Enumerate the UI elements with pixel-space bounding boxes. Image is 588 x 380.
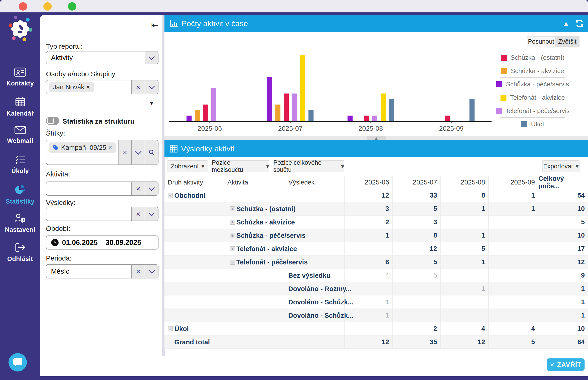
bar-Schůzka - péče/servis xyxy=(348,115,352,121)
expand-row-icon[interactable]: + xyxy=(230,233,235,238)
panel-resize-handle[interactable]: ▲ xyxy=(367,136,386,140)
sidebar-item-odhlásit[interactable]: Odhlásit xyxy=(0,243,40,270)
cell: 64 xyxy=(538,335,588,349)
maximize-traffic-light[interactable] xyxy=(68,2,76,11)
tag-chip[interactable]: Kampaň_09/25 × xyxy=(49,142,116,153)
collapse-chart-icon[interactable]: ▲ xyxy=(564,20,568,26)
column-header-2025-07[interactable]: 2025-07 xyxy=(392,176,440,189)
column-header-Aktivita[interactable]: Aktivita xyxy=(224,176,285,189)
table-row[interactable]: 11Dovoláno - Schůzk... xyxy=(165,295,588,309)
column-header-2025-09[interactable]: 2025-09 xyxy=(488,176,538,189)
subtotal-position-button[interactable]: Pozice mezisoučtu▼ xyxy=(212,160,269,172)
table-row[interactable]: 18110+Schůzka - péče/servis xyxy=(165,229,588,242)
legend-item[interactable]: Schůzka - péče/servis xyxy=(500,77,565,91)
results-select[interactable]: × xyxy=(46,207,159,221)
content-area: ⇤ Typ reportu: Aktivity Osoby a/nebo Sku… xyxy=(40,15,588,376)
legend-item[interactable]: Úkol xyxy=(500,117,565,131)
results-clear-button[interactable]: × xyxy=(131,207,145,221)
column-header-2025-08[interactable]: 2025-08 xyxy=(440,176,488,189)
report-type-select[interactable]: Aktivity xyxy=(46,51,159,64)
table-row[interactable]: 12338154−Obchodní xyxy=(165,189,588,202)
cell xyxy=(392,282,440,295)
chart-zoom-button[interactable]: Zvětšit xyxy=(555,36,580,47)
results-dropdown-button[interactable] xyxy=(145,207,158,221)
expand-row-icon[interactable]: + xyxy=(168,326,173,331)
table-row[interactable]: 24410+Úkol xyxy=(165,322,588,335)
person-chip[interactable]: Jan Novák × xyxy=(49,82,94,92)
minimize-traffic-light[interactable] xyxy=(43,2,52,11)
people-groups-select[interactable]: Jan Novák × × xyxy=(46,80,159,94)
table-row[interactable]: 11Dovoláno - Rozmy... xyxy=(165,282,588,295)
legend-color-swatch xyxy=(501,68,507,74)
sidebar-item-webmail[interactable]: Webmail xyxy=(0,126,40,153)
sidebar-item-statistiky[interactable]: Statistiky xyxy=(0,184,40,212)
date-range-field[interactable]: 01.06.2025 – 30.09.2025 xyxy=(46,235,159,249)
legend-color-swatch xyxy=(500,95,506,101)
column-header-Druh aktivity[interactable]: Druh aktivity xyxy=(165,176,224,189)
collapse-row-icon[interactable]: − xyxy=(230,260,235,265)
table-row[interactable]: 11Dovoláno - Schůzk... xyxy=(165,309,588,322)
cell xyxy=(392,295,440,309)
activity-dropdown-button[interactable] xyxy=(145,182,158,195)
legend-item[interactable]: Schůzka - akvizice xyxy=(500,64,565,78)
chart-pan-button[interactable]: Posunout xyxy=(527,36,555,47)
table-row[interactable]: 65112−Telefonát - péče/servis xyxy=(165,255,588,269)
expand-more-icon[interactable]: ▼ xyxy=(150,100,153,105)
activity-select[interactable]: × xyxy=(46,182,159,196)
perioda-dropdown-button[interactable] xyxy=(145,265,158,278)
legend-item[interactable]: Telefonát - akvizice xyxy=(500,91,565,104)
tags-search-button[interactable] xyxy=(145,140,158,165)
cell: 1 xyxy=(538,309,588,322)
x-axis-label: 2025-07 xyxy=(272,125,309,132)
activity-clear-button[interactable]: × xyxy=(131,182,145,195)
expand-row-icon[interactable]: + xyxy=(230,246,235,251)
cell xyxy=(440,215,488,229)
table-grid-icon xyxy=(169,145,178,153)
window-titlebar xyxy=(0,0,588,12)
collapse-row-icon[interactable]: − xyxy=(168,193,173,198)
cell xyxy=(165,215,224,229)
column-header-2025-06[interactable]: 2025-06 xyxy=(344,176,392,189)
collapse-panel-icon[interactable]: ⇤ xyxy=(151,20,159,30)
legend-item[interactable]: Telefonát - péče/servis xyxy=(500,104,565,118)
table-row[interactable]: 459Bez výsledku xyxy=(165,269,588,282)
sidebar-item-úkoly[interactable]: Úkoly xyxy=(0,155,40,183)
table-panel-header: Výsledky aktivit xyxy=(165,140,588,157)
tags-select[interactable]: Kampaň_09/25 × × xyxy=(46,140,159,165)
refresh-icon[interactable] xyxy=(575,19,584,29)
panel-resize-strip: ▲ xyxy=(165,136,588,140)
table-row[interactable]: 123512564Grand total xyxy=(165,335,588,349)
cell xyxy=(224,282,285,295)
sidebar-item-nastavení[interactable]: Nastavení xyxy=(0,213,40,241)
expand-row-icon[interactable]: + xyxy=(230,206,235,211)
cell: 54 xyxy=(538,189,588,202)
sidebar-item-kontakty[interactable]: Kontakty xyxy=(0,68,40,95)
perioda-select[interactable]: Měsíc × xyxy=(46,264,159,278)
perioda-clear-button[interactable]: × xyxy=(131,265,145,278)
export-button[interactable]: Exportovat▼ xyxy=(542,160,580,172)
column-header-Celkový poče...[interactable]: Celkový poče... xyxy=(538,176,588,189)
column-header-Výsledek[interactable]: Výsledek xyxy=(285,176,344,189)
table-row[interactable]: 12517+Telefonát - akvizice xyxy=(165,242,588,255)
legend-item[interactable]: Schůzka - (ostatní) xyxy=(500,51,565,64)
structure-stats-toggle[interactable] xyxy=(46,117,59,125)
x-axis-tick xyxy=(209,121,210,123)
cell: 1 xyxy=(440,255,488,269)
close-traffic-light[interactable] xyxy=(19,2,27,11)
people-dropdown-button[interactable] xyxy=(145,80,158,94)
report-type-dropdown-button[interactable] xyxy=(145,52,158,64)
chat-button[interactable] xyxy=(8,353,27,372)
sidebar-item-kalendář[interactable]: Kalendář xyxy=(0,97,40,124)
grandtotal-position-button[interactable]: Pozice celkového součtu▼ xyxy=(273,160,344,172)
people-clear-button[interactable]: × xyxy=(131,80,145,94)
table-row[interactable]: 235+Schůzka - akvizice xyxy=(165,215,588,229)
bar-Schůzka - (ostatní) xyxy=(284,94,289,121)
tags-dropdown-button[interactable] xyxy=(131,140,145,165)
close-button[interactable]: × ZAVŘÍT xyxy=(547,358,585,371)
tags-clear-button[interactable]: × xyxy=(118,140,131,165)
legend-color-swatch xyxy=(521,121,527,127)
cell xyxy=(165,255,224,269)
table-row[interactable]: 351110+Schůzka - (ostatní) xyxy=(165,202,588,215)
expand-row-icon[interactable]: + xyxy=(230,220,235,225)
view-menu-button[interactable]: Zobrazení▼ xyxy=(167,160,208,172)
